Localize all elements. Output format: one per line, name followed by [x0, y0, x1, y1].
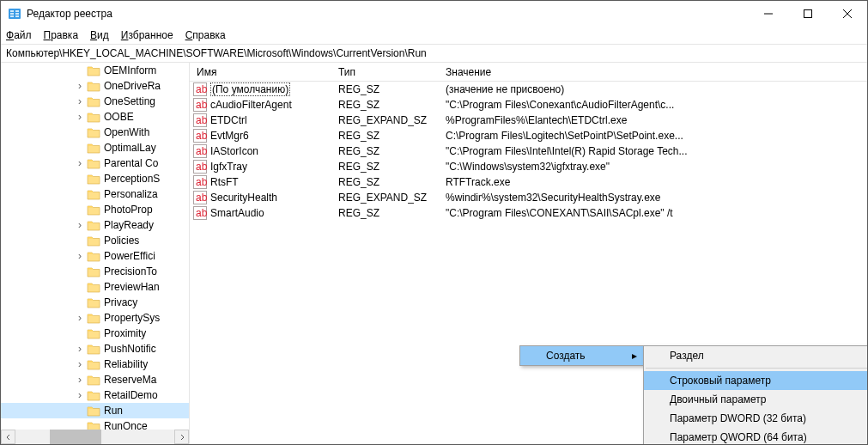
value-type: REG_EXPAND_SZ: [331, 114, 439, 126]
tree-item[interactable]: ›Reliability: [1, 357, 189, 372]
tree-item-label: PlayReady: [104, 219, 154, 231]
tree-item[interactable]: PhotoProp: [1, 202, 189, 217]
scroll-right-button[interactable]: [174, 430, 189, 444]
ctx-sub-item[interactable]: Двоичный параметр: [644, 390, 867, 409]
col-header-value[interactable]: Значение: [439, 66, 867, 78]
value-name: IgfxTray: [210, 161, 247, 173]
expand-icon[interactable]: ›: [75, 219, 85, 231]
address-bar[interactable]: Компьютер\HKEY_LOCAL_MACHINE\SOFTWARE\Mi…: [1, 44, 867, 63]
address-text: Компьютер\HKEY_LOCAL_MACHINE\SOFTWARE\Mi…: [6, 47, 427, 59]
value-data: "C:\Program Files\Intel\Intel(R) Rapid S…: [439, 145, 867, 157]
tree-item[interactable]: ›OneDriveRa: [1, 78, 189, 94]
tree-item[interactable]: OpenWith: [1, 125, 189, 140]
tree-item[interactable]: ›PowerEffici: [1, 248, 189, 264]
tree-item-label: PropertySys: [104, 312, 160, 324]
col-header-name[interactable]: Имя: [190, 66, 331, 78]
tree-item[interactable]: ›PropertySys: [1, 310, 189, 326]
expand-icon[interactable]: ›: [75, 111, 85, 123]
tree-item[interactable]: Policies: [1, 233, 189, 248]
expand-icon[interactable]: ›: [75, 95, 85, 107]
folder-icon: [87, 126, 100, 138]
tree-item[interactable]: PrecisionTo: [1, 264, 189, 279]
close-button[interactable]: [828, 1, 867, 27]
tree-item-label: OEMInform: [104, 64, 156, 76]
tree-item[interactable]: ›PushNotific: [1, 341, 189, 357]
ctx-sub-label: Параметр DWORD (32 бита): [670, 412, 806, 424]
svg-rect-10: [804, 10, 812, 18]
expand-icon[interactable]: ›: [75, 358, 85, 370]
value-row[interactable]: ETDCtrlREG_EXPAND_SZ%ProgramFiles%\Elant…: [190, 113, 867, 128]
value-row[interactable]: SecurityHealthREG_EXPAND_SZ%windir%\syst…: [190, 190, 867, 205]
value-data: "C:\Program Files\Conexant\cAudioFilterA…: [439, 99, 867, 111]
tree-item-label: Privacy: [104, 296, 137, 308]
tree-item[interactable]: ›ReserveMa: [1, 372, 189, 387]
tree-item[interactable]: Privacy: [1, 295, 189, 310]
menu-view[interactable]: Вид: [90, 29, 109, 41]
folder-icon: [87, 157, 100, 169]
tree-item[interactable]: PreviewHan: [1, 279, 189, 295]
tree-item[interactable]: OEMInform: [1, 63, 189, 78]
menu-help[interactable]: Справка: [185, 29, 226, 41]
tree-item[interactable]: PerceptionS: [1, 171, 189, 186]
maximize-button[interactable]: [788, 1, 828, 27]
ctx-sub-item[interactable]: Строковый параметр: [644, 371, 867, 390]
menu-edit[interactable]: Правка: [44, 29, 79, 41]
folder-icon: [87, 358, 100, 370]
tree-item[interactable]: ›OneSetting: [1, 94, 189, 109]
value-row[interactable]: IAStorIconREG_SZ"C:\Program Files\Intel\…: [190, 143, 867, 159]
value-type: REG_SZ: [331, 161, 439, 173]
tree-item-label: PreviewHan: [104, 281, 160, 293]
value-row[interactable]: EvtMgr6REG_SZC:\Program Files\Logitech\S…: [190, 128, 867, 143]
value-row[interactable]: (По умолчанию)REG_SZ(значение не присвое…: [190, 82, 867, 97]
expand-icon[interactable]: ›: [75, 374, 85, 386]
ctx-create[interactable]: Создать ▸: [520, 346, 644, 365]
titlebar[interactable]: Редактор реестра: [1, 1, 867, 27]
folder-icon: [87, 296, 100, 308]
col-header-type[interactable]: Тип: [331, 66, 439, 78]
context-menu-new: Создать ▸: [519, 345, 645, 366]
expand-icon[interactable]: ›: [75, 343, 85, 355]
value-row[interactable]: cAudioFilterAgentREG_SZ"C:\Program Files…: [190, 97, 867, 113]
expand-icon[interactable]: ›: [75, 157, 85, 169]
scroll-thumb[interactable]: [50, 430, 101, 444]
ctx-sub-item[interactable]: Параметр DWORD (32 бита): [644, 409, 867, 428]
value-row[interactable]: IgfxTrayREG_SZ"C:\Windows\system32\igfxt…: [190, 159, 867, 174]
value-name: SmartAudio: [210, 207, 264, 219]
menu-favorites[interactable]: Избранное: [121, 29, 173, 41]
expand-icon[interactable]: ›: [75, 389, 85, 401]
tree-item-label: OneDriveRa: [104, 80, 161, 92]
tree-item[interactable]: ›Parental Co: [1, 155, 189, 171]
scroll-left-button[interactable]: [1, 430, 15, 444]
values-pane[interactable]: Имя Тип Значение (По умолчанию)REG_SZ(зн…: [190, 63, 867, 444]
tree-item[interactable]: Proximity: [1, 326, 189, 341]
tree-item[interactable]: ›PlayReady: [1, 217, 189, 233]
tree-item[interactable]: Personaliza: [1, 186, 189, 202]
tree-item[interactable]: ›OOBE: [1, 109, 189, 125]
ctx-sub-item[interactable]: Раздел: [644, 346, 867, 365]
tree-item-label: Proximity: [104, 327, 146, 339]
tree-item[interactable]: ›RetailDemo: [1, 387, 189, 403]
expand-icon[interactable]: ›: [75, 250, 85, 262]
expand-icon[interactable]: ›: [75, 80, 85, 92]
scroll-track[interactable]: [15, 430, 174, 444]
tree-item[interactable]: Run: [1, 403, 189, 418]
minimize-button[interactable]: [749, 1, 788, 27]
value-type: REG_SZ: [331, 130, 439, 142]
context-submenu-new: РазделСтроковый параметрДвоичный парамет…: [643, 345, 867, 444]
value-row[interactable]: RtsFTREG_SZRTFTrack.exe: [190, 174, 867, 190]
tree-hscrollbar[interactable]: [1, 430, 189, 444]
value-name: IAStorIcon: [210, 145, 258, 157]
value-data: %ProgramFiles%\Elantech\ETDCtrl.exe: [439, 114, 867, 126]
tree-pane[interactable]: OEMInform›OneDriveRa›OneSetting›OOBEOpen…: [1, 63, 190, 444]
value-data: (значение не присвоено): [439, 83, 867, 95]
folder-icon: [87, 142, 100, 154]
ctx-sub-item[interactable]: Параметр QWORD (64 бита): [644, 428, 867, 444]
folder-icon: [87, 405, 100, 417]
window-title: Редактор реестра: [27, 8, 749, 20]
expand-icon[interactable]: ›: [75, 312, 85, 324]
tree-item[interactable]: OptimalLay: [1, 140, 189, 155]
menu-file[interactable]: Файл: [6, 29, 32, 41]
value-type: REG_SZ: [331, 99, 439, 111]
value-type: REG_EXPAND_SZ: [331, 192, 439, 204]
value-row[interactable]: SmartAudioREG_SZ"C:\Program Files\CONEXA…: [190, 205, 867, 221]
